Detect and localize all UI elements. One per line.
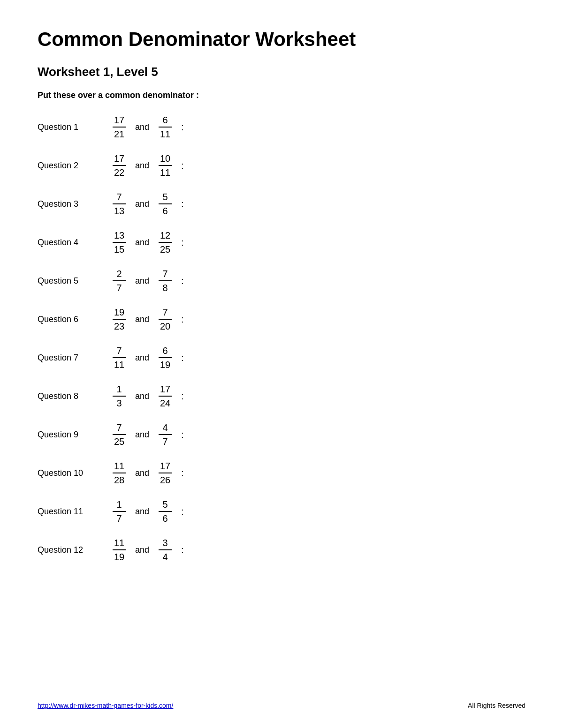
and-text: and [135,122,149,132]
numerator-2: 17 [159,460,172,473]
and-text: and [135,507,149,517]
question-row: Question 10 11 28 and 17 26 : [38,460,525,486]
and-text: and [135,315,149,324]
question-label: Question 8 [38,391,113,401]
and-text: and [135,545,149,555]
denominator-2: 6 [159,512,172,524]
denominator-1: 22 [113,166,126,178]
and-text: and [135,468,149,478]
and-text: and [135,353,149,363]
numerator-1: 7 [113,345,126,358]
question-label: Question 7 [38,353,113,363]
denominator-2: 4 [159,550,172,563]
fraction-1: 11 19 [113,537,126,563]
and-text: and [135,199,149,209]
fraction-group: 7 11 and 6 19 : [113,345,184,370]
question-row: Question 12 11 19 and 3 4 : [38,537,525,563]
numerator-1: 17 [113,153,126,166]
fraction-group: 2 7 and 7 8 : [113,268,184,293]
question-label: Question 1 [38,122,113,132]
question-row: Question 8 1 3 and 17 24 : [38,383,525,409]
fraction-2: 4 7 [159,422,172,447]
fraction-1: 19 23 [113,307,126,332]
fraction-group: 13 15 and 12 25 : [113,230,184,255]
question-row: Question 4 13 15 and 12 25 : [38,230,525,255]
fraction-2: 5 6 [159,499,172,524]
numerator-2: 7 [159,268,172,281]
denominator-1: 7 [113,281,126,293]
fraction-group: 11 28 and 17 26 : [113,460,184,486]
question-row: Question 11 1 7 and 5 6 : [38,499,525,524]
colon: : [181,160,184,171]
numerator-1: 1 [113,499,126,512]
colon: : [181,506,184,517]
numerator-2: 6 [159,345,172,358]
fraction-1: 1 7 [113,499,126,524]
page-title: Common Denominator Worksheet [38,28,525,51]
question-row: Question 2 17 22 and 10 11 : [38,153,525,178]
fraction-1: 7 13 [113,191,126,217]
colon: : [181,276,184,286]
colon: : [181,122,184,133]
numerator-1: 1 [113,383,126,397]
fraction-group: 19 23 and 7 20 : [113,307,184,332]
numerator-1: 13 [113,230,126,243]
denominator-2: 11 [159,166,172,178]
denominator-1: 25 [113,435,126,447]
colon: : [181,237,184,248]
question-label: Question 5 [38,276,113,286]
fraction-group: 1 3 and 17 24 : [113,383,184,409]
denominator-2: 11 [159,128,172,140]
fraction-group: 1 7 and 5 6 : [113,499,184,524]
question-label: Question 11 [38,507,113,517]
fraction-2: 6 11 [159,114,172,140]
fraction-2: 7 20 [159,307,172,332]
question-row: Question 9 7 25 and 4 7 : [38,422,525,447]
worksheet-subtitle: Worksheet 1, Level 5 [38,65,525,79]
and-text: and [135,238,149,248]
colon: : [181,545,184,555]
fraction-2: 17 24 [159,383,172,409]
numerator-2: 4 [159,422,172,435]
fraction-2: 12 25 [159,230,172,255]
footer-link[interactable]: http://www.dr-mikes-math-games-for-kids.… [38,702,173,709]
numerator-2: 5 [159,499,172,512]
colon: : [181,314,184,325]
denominator-1: 11 [113,358,126,370]
numerator-2: 10 [159,153,172,166]
question-row: Question 3 7 13 and 5 6 : [38,191,525,217]
denominator-2: 25 [159,243,172,255]
and-text: and [135,391,149,401]
question-label: Question 6 [38,315,113,324]
fraction-group: 11 19 and 3 4 : [113,537,184,563]
fraction-2: 5 6 [159,191,172,217]
fraction-1: 7 11 [113,345,126,370]
and-text: and [135,276,149,286]
colon: : [181,353,184,363]
numerator-1: 11 [113,537,126,550]
question-label: Question 4 [38,238,113,248]
colon: : [181,429,184,440]
numerator-1: 2 [113,268,126,281]
denominator-2: 20 [159,320,172,332]
numerator-1: 7 [113,422,126,435]
fraction-2: 10 11 [159,153,172,178]
fraction-group: 7 13 and 5 6 : [113,191,184,217]
numerator-2: 6 [159,114,172,128]
question-row: Question 7 7 11 and 6 19 : [38,345,525,370]
fraction-1: 11 28 [113,460,126,486]
denominator-2: 26 [159,473,172,486]
denominator-1: 19 [113,550,126,563]
colon: : [181,391,184,402]
question-row: Question 5 2 7 and 7 8 : [38,268,525,293]
fraction-1: 1 3 [113,383,126,409]
denominator-2: 8 [159,281,172,293]
and-text: and [135,430,149,440]
colon: : [181,199,184,210]
question-label: Question 10 [38,468,113,478]
fraction-1: 2 7 [113,268,126,293]
question-label: Question 12 [38,545,113,555]
denominator-2: 7 [159,435,172,447]
fraction-group: 17 22 and 10 11 : [113,153,184,178]
fraction-1: 7 25 [113,422,126,447]
